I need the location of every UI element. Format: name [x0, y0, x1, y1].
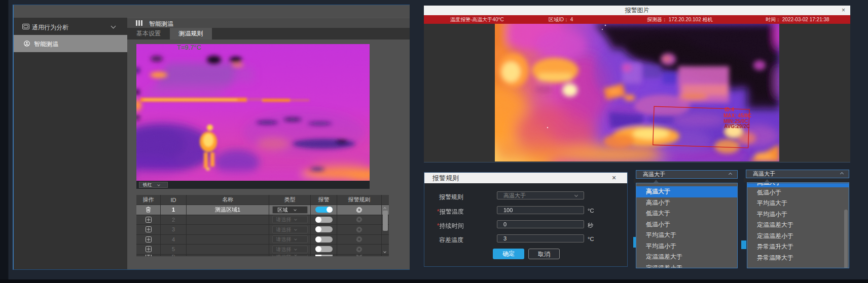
- svg-text:T=9.7°C: T=9.7°C: [177, 44, 201, 51]
- svg-text:AVG:29/2C: AVG:29/2C: [724, 124, 750, 129]
- svg-text:MAX: 45/8C: MAX: 45/8C: [724, 113, 751, 118]
- svg-text:ID:4: ID:4: [725, 107, 734, 112]
